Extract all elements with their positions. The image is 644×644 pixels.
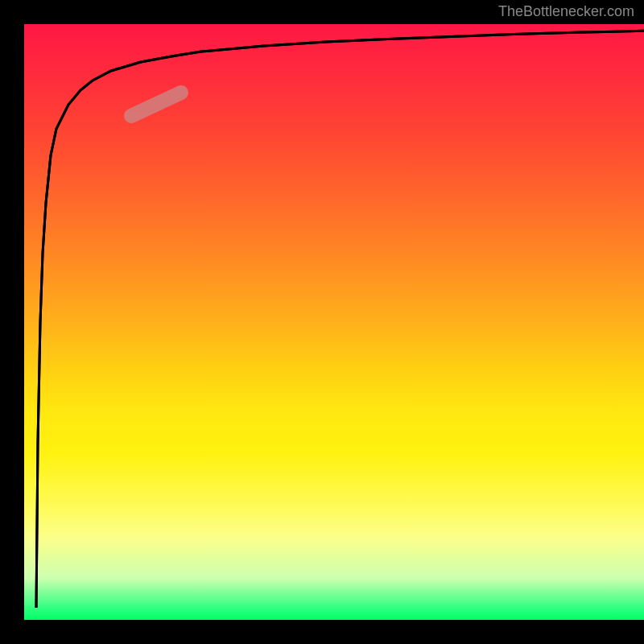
- chart-svg: [24, 24, 644, 620]
- watermark-text: TheBottlenecker.com: [498, 3, 634, 20]
- chart-plot-area: [24, 24, 644, 620]
- chart-highlight-segment: [131, 93, 181, 116]
